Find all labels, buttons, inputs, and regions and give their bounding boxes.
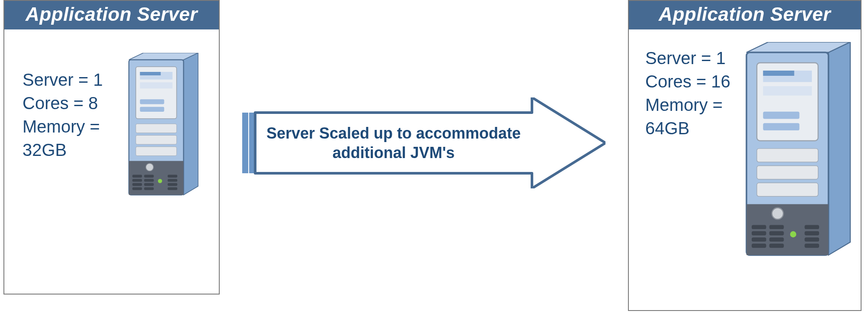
spec-server-right: Server = 1 bbox=[645, 46, 749, 70]
svg-rect-47 bbox=[752, 237, 766, 242]
svg-rect-12 bbox=[136, 147, 176, 156]
svg-rect-52 bbox=[769, 244, 784, 248]
svg-rect-53 bbox=[804, 225, 819, 229]
svg-rect-25 bbox=[168, 187, 177, 190]
svg-rect-24 bbox=[168, 183, 177, 186]
svg-rect-17 bbox=[132, 187, 142, 190]
svg-rect-19 bbox=[144, 179, 154, 181]
svg-rect-38 bbox=[763, 100, 812, 107]
scale-up-arrow-label: Server Scaled up to accommodate addition… bbox=[255, 97, 532, 188]
svg-rect-23 bbox=[168, 179, 177, 181]
svg-rect-9 bbox=[140, 107, 164, 112]
svg-point-27 bbox=[158, 179, 162, 183]
app-server-specs-right: Server = 1 Cores = 16 Memory = 64GB bbox=[645, 46, 749, 140]
svg-rect-18 bbox=[144, 175, 154, 178]
svg-rect-48 bbox=[752, 244, 766, 248]
svg-rect-14 bbox=[132, 175, 142, 178]
svg-rect-16 bbox=[132, 183, 142, 186]
spec-memory-right: Memory = 64GB bbox=[645, 93, 749, 140]
svg-rect-21 bbox=[144, 187, 154, 190]
svg-point-57 bbox=[772, 208, 783, 219]
app-server-box-right: Application Server Server = 1 Cores = 16… bbox=[628, 0, 862, 311]
spec-cores-right: Cores = 16 bbox=[645, 70, 749, 93]
svg-rect-56 bbox=[804, 244, 819, 248]
app-server-title-right: Application Server bbox=[629, 1, 861, 29]
svg-rect-5 bbox=[140, 72, 161, 75]
svg-rect-28 bbox=[242, 113, 248, 173]
svg-rect-46 bbox=[752, 231, 766, 236]
svg-rect-22 bbox=[168, 175, 177, 178]
svg-rect-11 bbox=[136, 135, 176, 144]
scale-up-arrow: Server Scaled up to accommodate addition… bbox=[242, 97, 605, 188]
svg-rect-20 bbox=[144, 183, 154, 186]
spec-cores-left: Cores = 8 bbox=[22, 91, 135, 115]
svg-rect-37 bbox=[763, 86, 812, 96]
app-server-box-left: Application Server Server = 1 Cores = 8 … bbox=[3, 0, 220, 295]
svg-rect-50 bbox=[769, 231, 784, 236]
app-server-specs-left: Server = 1 Cores = 8 Memory = 32GB bbox=[22, 68, 135, 162]
svg-rect-15 bbox=[132, 179, 142, 181]
svg-rect-6 bbox=[140, 82, 173, 88]
svg-marker-0 bbox=[183, 53, 198, 195]
svg-rect-42 bbox=[757, 166, 818, 179]
svg-point-58 bbox=[790, 231, 796, 237]
svg-rect-36 bbox=[763, 71, 794, 76]
spec-memory-left: Memory = 32GB bbox=[22, 115, 135, 162]
server-tower-icon bbox=[125, 53, 205, 207]
svg-marker-31 bbox=[829, 42, 850, 255]
spec-server-left: Server = 1 bbox=[22, 68, 135, 91]
svg-rect-54 bbox=[804, 231, 819, 236]
svg-rect-7 bbox=[140, 92, 173, 97]
svg-rect-43 bbox=[757, 183, 818, 196]
svg-rect-8 bbox=[140, 99, 164, 104]
svg-rect-40 bbox=[763, 123, 799, 130]
svg-rect-29 bbox=[249, 113, 254, 173]
svg-rect-51 bbox=[769, 237, 784, 242]
svg-rect-39 bbox=[763, 112, 799, 119]
app-server-title-left: Application Server bbox=[4, 1, 219, 29]
svg-rect-45 bbox=[752, 225, 766, 229]
server-tower-icon bbox=[741, 42, 861, 273]
svg-rect-41 bbox=[757, 149, 818, 162]
svg-point-26 bbox=[146, 163, 154, 171]
svg-rect-55 bbox=[804, 237, 819, 242]
svg-rect-10 bbox=[136, 124, 176, 133]
svg-rect-49 bbox=[769, 225, 784, 229]
